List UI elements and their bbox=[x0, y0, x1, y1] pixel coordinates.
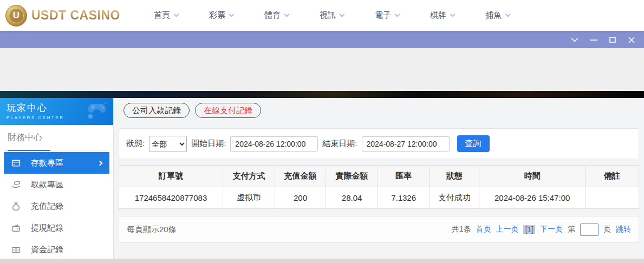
total-count-text: 共1条 bbox=[452, 225, 471, 234]
sidebar-item-withdraw[interactable]: 取款專區 bbox=[4, 174, 109, 195]
app-window: U USDT CASINO 首頁 彩票 體育 視訊 電子 bbox=[0, 0, 644, 263]
finance-center-section: 財務中心 bbox=[4, 125, 109, 151]
sidebar: 玩家中心 PLAYERS CENTER 財務中心 bbox=[0, 98, 114, 259]
cell-recharge-amount: 200 bbox=[275, 187, 326, 209]
chevron-down-icon bbox=[505, 12, 511, 17]
top-nav-label: 視訊 bbox=[320, 10, 336, 21]
col-order-number: 訂單號 bbox=[119, 166, 223, 187]
start-date-label: 開始日期: bbox=[191, 139, 226, 149]
chevron-down-icon bbox=[229, 12, 235, 17]
tab-company-deposit-records[interactable]: 公司入款記錄 bbox=[123, 103, 190, 118]
sidebar-item-label: 取款專區 bbox=[31, 180, 63, 190]
cell-time: 2024-08-26 15:47:00 bbox=[479, 187, 586, 209]
table-row: 1724658420877083 虚拟币 200 28.04 7.1326 支付… bbox=[119, 187, 639, 209]
filter-panel: 狀態: 全部 開始日期: 結束日期: 查詢 bbox=[119, 128, 639, 159]
sidebar-item-deposit[interactable]: 存款專區 bbox=[4, 152, 109, 174]
sidebar-menu: 存款專區 取款專區 充值記錄 bbox=[0, 151, 113, 260]
col-actual-amount: 實際金額 bbox=[326, 166, 378, 187]
banner-strip bbox=[0, 91, 644, 98]
top-nav-label: 首頁 bbox=[154, 10, 170, 21]
maximize-icon[interactable] bbox=[609, 36, 616, 44]
chevron-down-icon bbox=[284, 12, 290, 17]
deposit-card-icon bbox=[11, 159, 21, 168]
top-navbar: U USDT CASINO 首頁 彩票 體育 視訊 電子 bbox=[0, 0, 644, 31]
players-center-header: 玩家中心 PLAYERS CENTER bbox=[0, 98, 113, 125]
top-nav-item-live[interactable]: 視訊 bbox=[320, 10, 344, 21]
end-date-input[interactable] bbox=[362, 136, 450, 152]
col-recharge-amount: 充值金額 bbox=[275, 166, 326, 187]
coin-logo-icon: U bbox=[5, 5, 27, 27]
sidebar-item-label: 資金記錄 bbox=[31, 245, 63, 255]
first-page-link[interactable]: 首页 bbox=[476, 225, 491, 234]
cash-icon bbox=[11, 245, 21, 254]
search-button[interactable]: 查詢 bbox=[457, 135, 490, 152]
current-page-indicator: [1] bbox=[523, 225, 535, 234]
status-label: 狀態: bbox=[126, 139, 145, 149]
end-date-label: 結束日期: bbox=[322, 139, 357, 149]
prev-page-link[interactable]: 上一页 bbox=[496, 225, 518, 234]
sidebar-item-label: 存款專區 bbox=[31, 158, 63, 168]
tab-online-payment-records[interactable]: 在線支付記錄 bbox=[195, 103, 261, 118]
bottom-status-bar bbox=[0, 259, 644, 263]
top-nav-label: 彩票 bbox=[209, 10, 225, 21]
main-area: 玩家中心 PLAYERS CENTER 財務中心 bbox=[0, 98, 644, 259]
top-nav-label: 捕魚 bbox=[485, 10, 502, 21]
moneybag-icon bbox=[11, 202, 21, 211]
col-remark: 備註 bbox=[586, 166, 639, 187]
top-nav-item-cards[interactable]: 棋牌 bbox=[430, 10, 454, 21]
top-nav-label: 體育 bbox=[264, 10, 281, 21]
table-header-row: 訂單號 支付方式 充值金額 實際金額 匯率 狀態 時間 備註 bbox=[119, 166, 639, 187]
cell-remark bbox=[586, 187, 639, 209]
window-titlebar bbox=[0, 31, 644, 48]
pagination: 共1条 首页 上一页 [1] 下一页 第 页 跳转 bbox=[452, 223, 631, 236]
col-status: 狀態 bbox=[430, 166, 479, 187]
top-nav-menu: 首頁 彩票 體育 視訊 電子 棋牌 bbox=[154, 10, 510, 21]
jump-prefix-label: 第 bbox=[568, 225, 575, 234]
chevron-down-icon bbox=[395, 12, 400, 17]
chevron-right-icon bbox=[97, 160, 103, 166]
top-nav-label: 棋牌 bbox=[430, 10, 446, 21]
sidebar-item-label: 提現記錄 bbox=[31, 223, 63, 233]
sidebar-item-funds-records[interactable]: 資金記錄 bbox=[4, 239, 109, 260]
wallet-icon bbox=[11, 223, 21, 233]
col-exchange-rate: 匯率 bbox=[378, 166, 430, 187]
coin-letter: U bbox=[13, 10, 19, 21]
top-nav-item-sports[interactable]: 體育 bbox=[264, 10, 289, 21]
gamepad-icon bbox=[85, 100, 110, 123]
chevron-down-icon bbox=[340, 12, 345, 17]
page-size-text: 每頁顯示20條 bbox=[127, 225, 177, 235]
chevron-down-icon bbox=[174, 12, 179, 17]
jump-suffix-label: 页 bbox=[603, 225, 611, 234]
top-nav-label: 電子 bbox=[375, 10, 391, 21]
next-page-link[interactable]: 下一页 bbox=[540, 225, 563, 234]
top-nav-item-home[interactable]: 首頁 bbox=[154, 10, 178, 21]
jump-button[interactable]: 跳转 bbox=[616, 225, 631, 234]
col-payment-method: 支付方式 bbox=[223, 166, 275, 187]
top-nav-item-fishing[interactable]: 捕魚 bbox=[485, 10, 510, 21]
sidebar-item-recharge-records[interactable]: 充值記錄 bbox=[4, 195, 109, 217]
top-nav-item-lottery[interactable]: 彩票 bbox=[209, 10, 233, 21]
brand-logo[interactable]: U USDT CASINO bbox=[5, 5, 120, 27]
chevron-down-icon bbox=[450, 12, 456, 17]
close-icon[interactable] bbox=[628, 36, 635, 44]
cell-payment-method: 虚拟币 bbox=[223, 187, 275, 209]
page-jump-input[interactable] bbox=[580, 223, 599, 236]
cell-order-number: 1724658420877083 bbox=[119, 187, 223, 209]
brand-name: USDT CASINO bbox=[31, 8, 120, 23]
withdraw-hand-icon bbox=[11, 180, 21, 189]
record-tabs: 公司入款記錄 在線支付記錄 bbox=[123, 103, 639, 118]
sidebar-item-label: 充值記錄 bbox=[31, 201, 63, 212]
cell-status: 支付成功 bbox=[430, 187, 479, 209]
cell-actual-amount: 28.04 bbox=[326, 187, 378, 209]
start-date-input[interactable] bbox=[230, 136, 318, 152]
sidebar-item-withdrawal-records[interactable]: 提現記錄 bbox=[4, 217, 109, 239]
content-area: 公司入款記錄 在線支付記錄 狀態: 全部 開始日期: 結束日期: 查詢 bbox=[114, 98, 644, 259]
status-select[interactable]: 全部 bbox=[149, 136, 187, 152]
col-time: 時間 bbox=[479, 166, 586, 187]
page-spacer bbox=[0, 48, 644, 91]
collapse-chevron-icon[interactable] bbox=[571, 36, 578, 44]
pagination-panel: 每頁顯示20條 共1条 首页 上一页 [1] 下一页 第 页 跳转 bbox=[119, 216, 639, 243]
top-nav-item-slots[interactable]: 電子 bbox=[375, 10, 399, 21]
records-table: 訂單號 支付方式 充值金額 實際金額 匯率 狀態 時間 備註 172465842… bbox=[119, 165, 639, 209]
minimize-icon[interactable] bbox=[590, 36, 597, 44]
